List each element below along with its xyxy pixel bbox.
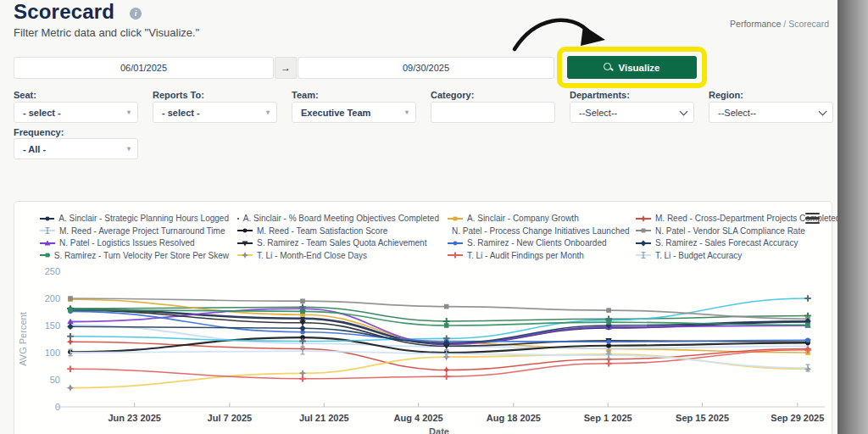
legend-item[interactable]: S. Ramirez - Sales Forecast Accuracy — [636, 237, 840, 248]
legend-marker-icon — [40, 239, 55, 248]
legend-marker-icon — [40, 226, 55, 235]
legend-marker-icon — [448, 251, 463, 259]
legend-marker-icon — [237, 251, 253, 259]
chevron-down-icon: ▾ — [266, 108, 270, 116]
breadcrumb-section[interactable]: Performance — [730, 19, 781, 29]
filter-label-region: Region: — [709, 90, 743, 100]
chevron-down-icon: ▾ — [405, 108, 409, 116]
legend-marker-icon — [40, 251, 50, 259]
legend-item[interactable]: S. Ramirez - Turn Velocity Per Store Per… — [40, 250, 229, 261]
legend-label: S. Ramirez - Turn Velocity Per Store Per… — [54, 250, 229, 261]
legend-marker-icon — [40, 214, 54, 223]
svg-text:200: 200 — [45, 293, 60, 303]
team-select-value: Executive Team — [301, 108, 405, 118]
arrow-right-icon: → — [281, 62, 291, 74]
legend-item[interactable]: M. Reed - Team Satisfaction Score — [237, 225, 439, 236]
legend-label: T. Li - Month-End Close Days — [257, 250, 367, 261]
filter-label-reports-to: Reports To: — [153, 90, 204, 100]
svg-text:AVG Percent: AVG Percent — [18, 312, 28, 365]
reports-to-select-value: - select - — [162, 108, 266, 118]
chevron-down-icon — [819, 107, 827, 115]
info-icon[interactable]: i — [130, 8, 142, 19]
end-date-input[interactable]: 09/30/2025 — [298, 57, 554, 79]
svg-text:Aug 4 2025: Aug 4 2025 — [394, 413, 443, 423]
legend-item[interactable]: A. Sinclair - % Board Meeting Objectives… — [237, 213, 439, 224]
departments-select-value: --Select-- — [579, 108, 681, 118]
chart-menu-icon[interactable] — [805, 213, 820, 224]
filter-label-frequency: Frequency: — [14, 127, 64, 137]
search-icon — [604, 63, 613, 72]
legend-label: M. Reed - Team Satisfaction Score — [257, 225, 387, 236]
svg-text:250: 250 — [45, 266, 60, 276]
legend-marker-icon — [636, 226, 651, 235]
legend-item[interactable]: T. Li - Budget Accuracy — [636, 250, 840, 261]
date-arrow-button[interactable]: → — [275, 57, 297, 79]
legend-label: A. Sinclair - Strategic Planning Hours L… — [58, 213, 229, 224]
start-date-input[interactable]: 06/01/2025 — [14, 57, 274, 79]
svg-text:Jun 23 2025: Jun 23 2025 — [108, 413, 161, 423]
svg-text:Sep 15 2025: Sep 15 2025 — [676, 413, 729, 423]
chevron-down-icon: ▾ — [127, 108, 131, 116]
legend-label: N. Patel - Process Change Initiatives La… — [452, 225, 630, 236]
legend-marker-icon — [636, 251, 651, 259]
category-input[interactable] — [431, 102, 555, 123]
legend-label: S. Ramirez - New Clients Onboarded — [467, 237, 607, 248]
visualize-button[interactable]: Visualize — [567, 56, 697, 79]
legend-item[interactable]: S. Ramirez - New Clients Onboarded — [448, 237, 627, 248]
screen-edge-strip — [837, 0, 868, 434]
page-subtitle: Filter Metric data and click "Visualize.… — [14, 26, 199, 39]
legend-label: T. Li - Audit Findings per Month — [467, 250, 584, 261]
reports-to-select[interactable]: - select -▾ — [153, 102, 277, 123]
chevron-down-icon: ▾ — [127, 145, 131, 153]
seat-select[interactable]: - select -▾ — [14, 102, 138, 123]
legend-item[interactable]: T. Li - Audit Findings per Month — [448, 250, 627, 261]
svg-text:50: 50 — [50, 375, 60, 385]
svg-text:Date: Date — [429, 426, 449, 434]
filter-label-team: Team: — [292, 90, 319, 100]
legend-item[interactable]: A. Sinclair - Strategic Planning Hours L… — [40, 213, 229, 224]
page-title: Scorecard — [14, 0, 114, 24]
breadcrumb-separator: / — [783, 19, 786, 29]
legend-label: M. Reed - Average Project Turnaround Tim… — [59, 225, 225, 236]
line-chart: 050100150200250AVG PercentJun 23 2025Jul… — [14, 261, 833, 434]
legend-label: N. Patel - Logistics Issues Resolved — [59, 237, 195, 248]
seat-select-value: - select - — [23, 108, 127, 118]
legend-item[interactable]: S. Ramirez - Team Sales Quota Achievemen… — [237, 237, 439, 248]
visualize-button-label: Visualize — [618, 63, 659, 73]
legend-marker-icon — [237, 214, 239, 223]
legend-item[interactable]: M. Reed - Average Project Turnaround Tim… — [40, 225, 229, 236]
legend-item[interactable]: T. Li - Month-End Close Days — [237, 250, 439, 261]
svg-text:0: 0 — [55, 402, 60, 412]
region-select-value: --Select-- — [718, 108, 820, 118]
filter-label-departments: Departments: — [570, 90, 630, 100]
svg-text:Jul 7 2025: Jul 7 2025 — [208, 413, 253, 423]
legend-marker-icon — [636, 214, 651, 223]
chevron-down-icon — [680, 107, 688, 115]
legend-item[interactable]: N. Patel - Process Change Initiatives La… — [448, 225, 627, 236]
legend-label: N. Patel - Vendor SLA Compliance Rate — [655, 225, 805, 236]
legend-item[interactable]: N. Patel - Vendor SLA Compliance Rate — [636, 225, 840, 236]
legend-marker-icon — [448, 214, 463, 223]
chart-panel: A. Sinclair - Strategic Planning Hours L… — [14, 201, 832, 434]
frequency-select[interactable]: - All -▾ — [14, 138, 138, 159]
legend-item[interactable]: N. Patel - Logistics Issues Resolved — [40, 237, 229, 248]
legend-marker-icon — [636, 239, 651, 248]
svg-text:Jul 21 2025: Jul 21 2025 — [299, 413, 349, 423]
chart-legend: A. Sinclair - Strategic Planning Hours L… — [40, 213, 798, 261]
filter-label-category: Category: — [431, 90, 474, 100]
legend-marker-icon — [237, 239, 253, 248]
legend-marker-icon — [448, 239, 463, 248]
legend-label: A. Sinclair - % Board Meeting Objectives… — [243, 213, 439, 224]
legend-label: T. Li - Budget Accuracy — [655, 250, 742, 261]
legend-label: S. Ramirez - Team Sales Quota Achievemen… — [257, 237, 426, 248]
team-select[interactable]: Executive Team▾ — [292, 102, 416, 123]
filter-label-seat: Seat: — [14, 90, 36, 100]
departments-select[interactable]: --Select-- — [570, 102, 694, 123]
legend-item[interactable]: A. Sinclair - Company Growth — [448, 213, 627, 224]
region-select[interactable]: --Select-- — [709, 102, 833, 123]
svg-text:100: 100 — [45, 348, 60, 358]
legend-marker-icon — [237, 226, 253, 235]
svg-text:150: 150 — [45, 320, 60, 331]
breadcrumb-page: Scorecard — [788, 19, 829, 29]
legend-label: S. Ramirez - Sales Forecast Accuracy — [655, 237, 798, 248]
